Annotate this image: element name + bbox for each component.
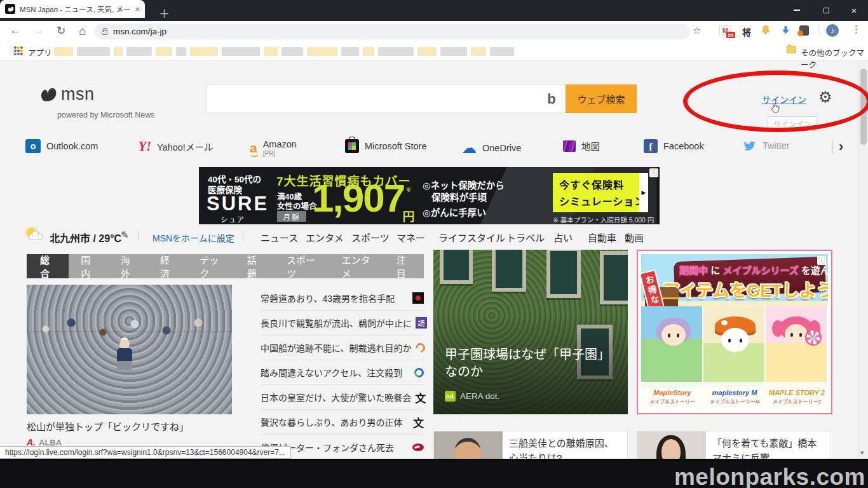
headline-row[interactable]: 踏み間違えないアクセル、注文殺到 — [261, 360, 424, 385]
insurance-ad-banner[interactable]: 40代・50代の 医療保険 SURE シュア 7大生活習慣病もカバー 満40歳 … — [199, 167, 660, 224]
service-microsoft-store[interactable]: Microsoft Store — [345, 139, 427, 153]
bookmark-chip[interactable] — [54, 47, 73, 56]
service-maps[interactable]: 地図 — [563, 139, 600, 152]
bookmark-chip[interactable] — [190, 47, 218, 56]
note-extension-icon[interactable]: ♪ — [826, 24, 839, 37]
headline-row[interactable]: 日本の皇室だけ、大使が驚いた晩餐会 文 — [261, 385, 424, 410]
bookmark-chip[interactable] — [378, 47, 414, 56]
gmail-extension-icon[interactable]: M55 — [719, 25, 731, 35]
bookmark-chip[interactable] — [341, 47, 359, 56]
main-story-title[interactable]: 松山が単独トップ「ビックリですね」 — [27, 419, 189, 433]
bookmark-chip[interactable] — [264, 47, 278, 56]
bookmark-chip[interactable] — [176, 47, 186, 56]
headline-row[interactable]: 贅沢な暮らしぶり、あおり男の正体 文 — [261, 410, 424, 435]
download-extension-icon[interactable] — [780, 25, 791, 38]
nav-money[interactable]: マネー — [397, 231, 425, 244]
service-amazon[interactable]: a Amazon [PR] — [250, 139, 297, 158]
msn-logo[interactable]: msn — [38, 85, 95, 104]
bookmark-chip[interactable] — [281, 47, 303, 56]
bookmark-chip[interactable] — [490, 47, 514, 56]
service-twitter[interactable]: Twitter — [742, 139, 790, 152]
bookmark-chip[interactable] — [307, 47, 337, 56]
ad-bullet1: ◎ネット保険だから — [423, 178, 505, 191]
window-close-button[interactable]: × — [840, 0, 868, 20]
tab-chuumoku[interactable]: 注目 — [384, 254, 424, 278]
nav-sports[interactable]: スポーツ — [351, 231, 390, 244]
bookmark-chip[interactable] — [114, 47, 123, 56]
bookmark-chip[interactable] — [126, 47, 152, 56]
bookmark-chip[interactable] — [363, 47, 374, 56]
service-onedrive[interactable]: ☁ OneDrive — [461, 139, 521, 157]
news-tabbar: 総合 国内 海外 経済 テック 話題 スポーツ エンタメ 注目 — [27, 254, 424, 278]
home-icon[interactable]: ⌂ — [75, 24, 90, 38]
tab-entame[interactable]: エンタメ — [329, 254, 384, 278]
kanji-extension-icon[interactable]: 将 — [742, 25, 751, 38]
door-extension-icon[interactable] — [799, 25, 809, 36]
service-yahoo-mail[interactable]: Y! Yahoo!メール — [139, 139, 213, 154]
bookmark-chip[interactable] — [417, 47, 437, 56]
address-bar[interactable]: msn.com/ja-jp — [94, 24, 690, 39]
page-scrollbar[interactable]: ▾ — [858, 61, 868, 459]
ad-price-unit: ※ 円 — [402, 186, 415, 224]
web-search-input[interactable] — [207, 85, 538, 112]
service-facebook[interactable]: f Facebook — [644, 139, 704, 153]
nav-lifestyle[interactable]: ライフスタイル — [438, 231, 505, 244]
ad-info-icon[interactable]: ⓘ — [649, 168, 658, 177]
bookmark-star-icon[interactable]: ☆ — [693, 25, 701, 36]
tab-kaigai[interactable]: 海外 — [109, 254, 148, 278]
browser-tab[interactable]: MSN Japan - ニュース, 天気, メール ( × — [0, 0, 145, 18]
source-red-oval-icon — [412, 444, 424, 451]
browser-menu-icon[interactable]: ⋮ — [851, 24, 861, 35]
reload-icon[interactable]: ↻ — [53, 24, 69, 37]
tab-wadai[interactable]: 話題 — [235, 254, 275, 278]
service-outlook[interactable]: o Outlook.com — [25, 139, 98, 153]
nav-video[interactable]: 動画 — [625, 231, 644, 244]
apps-label[interactable]: アプリ — [28, 46, 52, 58]
headline-row[interactable]: 常磐道あおり、43歳男を指名手配 — [261, 286, 424, 311]
bookmark-chip[interactable] — [77, 47, 110, 56]
tab-kokunai[interactable]: 国内 — [69, 254, 108, 278]
window-maximize-button[interactable] — [812, 0, 840, 20]
apps-grid-icon[interactable] — [14, 46, 23, 55]
divider — [139, 230, 139, 241]
tab-tech[interactable]: テック — [187, 254, 234, 278]
bell-extension-icon[interactable] — [760, 24, 771, 38]
back-icon[interactable]: ← — [8, 24, 23, 37]
web-search-button[interactable]: ウェブ検索 — [566, 85, 637, 113]
window-minimize-button[interactable] — [783, 0, 811, 20]
tab-close-icon[interactable]: × — [135, 5, 140, 13]
nav-cars[interactable]: 自動車 — [588, 231, 616, 244]
ad-cta-line2: シミュレーション — [559, 193, 648, 208]
headline-row[interactable]: 中国船が追跡不能に、制裁逃れ目的か — [261, 336, 424, 360]
tab-sports[interactable]: スポーツ — [275, 254, 329, 278]
nav-fortune[interactable]: 占い — [553, 231, 573, 244]
edit-location-icon[interactable]: ✎ — [121, 229, 129, 241]
lollipop-icon — [805, 329, 822, 346]
maplestory-ad[interactable]: 期間中 に メイプルシリーズ を遊んで アイテムをGETしよう! お得な — [637, 250, 832, 414]
source-bunshun-icon: 文 — [415, 390, 426, 405]
scroll-down-icon[interactable]: ▾ — [860, 449, 864, 457]
set-home-link[interactable]: MSNをホームに設定 — [153, 231, 234, 244]
bookmark-chip[interactable] — [222, 47, 260, 56]
tab-keizai[interactable]: 経済 — [148, 254, 187, 278]
feature-card[interactable]: 甲子園球場はなぜ「甲子園」なのか Ad. AERA dot. — [433, 250, 628, 414]
headline-row[interactable]: 長良川で観覧船が流出、鵜飼が中止に 読 — [261, 311, 424, 336]
nav-travel[interactable]: トラベル — [506, 231, 545, 244]
window-shape — [492, 250, 526, 292]
forward-icon[interactable]: → — [31, 24, 46, 37]
service-label: Outlook.com — [46, 141, 98, 151]
ad-info-icon[interactable]: ⓘ — [817, 256, 826, 265]
status-url: https://login.live.com/login.srf?wa=wsig… — [5, 448, 285, 457]
bookmark-chip[interactable] — [156, 47, 172, 56]
nav-news[interactable]: ニュース — [261, 231, 298, 244]
tab-sougou[interactable]: 総合 — [27, 254, 69, 278]
screen: MSN Japan - ニュース, 天気, メール ( × ＋ × ← → ↻ … — [0, 0, 868, 488]
services-chevron-right-icon[interactable]: › — [839, 139, 843, 155]
nav-entertainment[interactable]: エンタメ — [306, 231, 344, 244]
bookmark-chip[interactable] — [471, 47, 486, 56]
weather-location[interactable]: 北九州市 / 29°C — [50, 230, 121, 245]
main-story-photo[interactable] — [27, 285, 232, 414]
bookmark-chip[interactable] — [440, 47, 467, 56]
ad-cta-button[interactable]: 今すぐ保険料 シミュレーション — [553, 173, 648, 212]
new-tab-button[interactable]: ＋ — [159, 5, 170, 21]
